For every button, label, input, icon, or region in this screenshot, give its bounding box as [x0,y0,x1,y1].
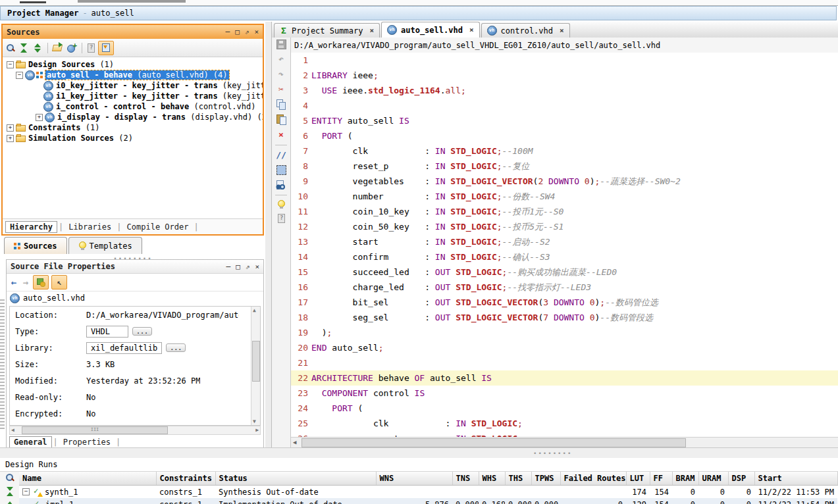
cut-icon[interactable]: ✂ [276,84,286,95]
code-line[interactable]: 4 [291,98,838,113]
code-line[interactable]: 6 PORT ( [291,128,838,143]
close-icon[interactable]: × [560,26,564,35]
tree-item[interactable]: +Simulation Sources (2) [3,133,263,143]
vertical-splitter[interactable] [265,22,271,447]
paste-icon[interactable] [276,114,286,125]
property-value-box[interactable]: VHDL [86,326,128,338]
column-header-start[interactable]: Start [754,472,837,486]
tree-expander-icon[interactable]: − [16,72,23,79]
code-line[interactable]: 20END auto_sell; [291,340,838,355]
editor-horizontal-scrollbar[interactable]: ◀ [291,437,838,447]
sfp-tab-general[interactable]: General [9,436,52,448]
panel-tab-sources[interactable]: Sources [4,237,67,254]
collapse-all-icon[interactable] [5,486,15,497]
sfp-horizontal-scrollbar[interactable]: ◀III▶ [9,426,261,435]
template-icon[interactable] [277,214,285,223]
tree-item[interactable]: −Design Sources (1) [3,59,263,70]
column-header-whs[interactable]: WHS [479,472,505,486]
editor-tab-control-vhd[interactable]: vhcontrol.vhd× [481,23,570,38]
code-line[interactable]: 7 clk : IN STD_LOGIC;--100M [291,143,838,159]
collapse-all-icon[interactable] [18,43,29,53]
ellipsis-button[interactable]: ... [166,343,186,352]
code-line[interactable]: 3 USE ieee.std_logic_1164.all; [291,83,838,98]
minimize-icon[interactable]: ─ [226,28,230,36]
editor-tab-project-summary[interactable]: ΣProject Summary× [274,23,380,38]
code-line[interactable]: 22ARCHITECTURE behave OF auto_sell IS [291,370,838,386]
tree-expander-icon[interactable]: − [22,488,30,495]
close-icon[interactable]: × [369,26,374,35]
column-header-uram[interactable]: URAM [698,472,728,486]
tree-item[interactable]: +Constraints (1) [3,122,263,133]
expand-all-icon[interactable] [5,501,15,504]
property-value-box[interactable]: xil_defaultlib [86,342,162,354]
sources-view-tab-libraries[interactable]: Libraries [65,222,115,232]
tree-expander-icon[interactable]: − [7,61,14,68]
column-header-constraints[interactable]: Constraints [156,472,215,486]
scroll-to-selected-button[interactable] [98,41,114,55]
code-line[interactable]: 1 [291,53,838,68]
tree-item[interactable]: +vhi_display - display - trans (display.… [3,112,263,122]
column-header-tns[interactable]: TNS [452,472,479,486]
tree-item[interactable]: vhi0_key_jitter - key_jitter - trans (ke… [3,80,263,91]
undo-icon[interactable]: ↶ [276,54,286,64]
forward-icon[interactable]: → [21,277,30,288]
code-line[interactable]: 12 coin_50_key : IN STD_LOGIC;--投币5元--S1 [291,219,838,234]
redo-icon[interactable]: ↷ [276,69,286,80]
tree-expander-icon[interactable]: + [36,114,43,121]
sources-panel-header[interactable]: Sources ─ □ ⇗ × [3,25,263,39]
code-line[interactable]: 15 succeed_led : OUT STD_LOGIC;--购买成功输出蔬… [291,265,838,280]
float-icon[interactable]: ⇗ [245,28,249,36]
column-header-wns[interactable]: WNS [376,472,452,486]
close-icon[interactable]: × [255,263,259,270]
lightbulb-icon[interactable] [277,200,285,209]
sources-view-tab-hierarchy[interactable]: Hierarchy [5,221,57,233]
run-name-cell[interactable]: impl_1 [19,498,156,504]
delete-icon[interactable]: × [276,130,286,140]
code-line[interactable]: 25 clk : IN STD_LOGIC; [291,416,838,431]
save-icon[interactable] [276,39,286,49]
run-name-cell[interactable]: −synth_1 [19,486,156,499]
search-icon[interactable] [6,43,15,53]
code-line[interactable]: 14 confirm : IN STD_LOGIC;--确认--S3 [291,249,838,265]
code-line[interactable]: 17 bit_sel : OUT STD_LOGIC_VECTOR(3 DOWN… [291,295,838,310]
code-line[interactable]: 10 number : IN STD_LOGIC;--份数--SW4 [291,189,838,204]
code-line[interactable]: 24 PORT ( [291,401,838,416]
code-line[interactable]: 5ENTITY auto_sell IS [291,113,838,128]
sfp-header[interactable]: Source File Properties ─ □ ⇗ × [7,260,263,274]
column-header-name[interactable]: Name [19,472,156,486]
search-icon[interactable] [5,473,14,482]
design-run-row[interactable]: −synth_1constrs_1Synthesis Out-of-date17… [19,486,837,499]
code-line[interactable]: 16 charge_led : OUT STD_LOGIC;--找零指示灯--L… [291,280,838,295]
maximize-icon[interactable]: □ [236,263,240,270]
panel-tab-templates[interactable]: Templates [68,237,142,254]
open-sources-icon[interactable] [53,43,63,53]
code-line[interactable]: 11 coin_10_key : IN STD_LOGIC;--投币1元--S0 [291,204,838,219]
tree-expander-icon[interactable]: + [7,124,14,132]
column-header-bram[interactable]: BRAM [672,472,698,486]
back-icon[interactable]: ← [9,277,18,288]
code-line[interactable]: 9 vegetables : IN STD_LOGIC_VECTOR(2 DOW… [291,174,838,189]
expand-all-icon[interactable] [32,43,43,53]
code-area[interactable]: 12LIBRARY ieee;3 USE ieee.std_logic_1164… [291,53,838,438]
sfp-vertical-scrollbar[interactable]: ▲▼ [251,307,260,425]
tree-item[interactable]: vhi1_key_jitter - key_jitter - trans (ke… [3,91,263,101]
column-header-tpws[interactable]: TPWS [531,472,560,486]
settings-button[interactable] [33,275,49,290]
select-cursor-button[interactable]: ↖ [51,275,67,290]
column-header-status[interactable]: Status [215,472,376,486]
float-icon[interactable]: ⇗ [246,263,250,270]
column-header-ths[interactable]: THS [505,472,531,486]
tree-item[interactable]: −vhauto_sell - behave (auto_sell.vhd) (4… [3,70,263,80]
find-in-file-icon[interactable] [276,180,286,190]
column-header-ff[interactable]: FF [650,472,672,486]
minimize-icon[interactable]: ─ [226,263,231,270]
copy-icon[interactable] [276,99,286,110]
editor-tab-auto-sell-vhd[interactable]: vhauto_sell.vhd× [381,22,480,38]
close-icon[interactable]: × [469,26,474,34]
column-header-failed-routes[interactable]: Failed Routes [560,472,626,486]
maximize-icon[interactable]: □ [235,28,240,36]
column-header-lut[interactable]: LUT [626,472,650,486]
design-run-row[interactable]: impl_1constrs_1Implementation Out-of-dat… [19,498,837,504]
code-line[interactable]: 13 start : IN STD_LOGIC;--启动--S2 [291,234,838,249]
tree-item[interactable]: vhi_control - control - behave (control.… [3,101,263,112]
